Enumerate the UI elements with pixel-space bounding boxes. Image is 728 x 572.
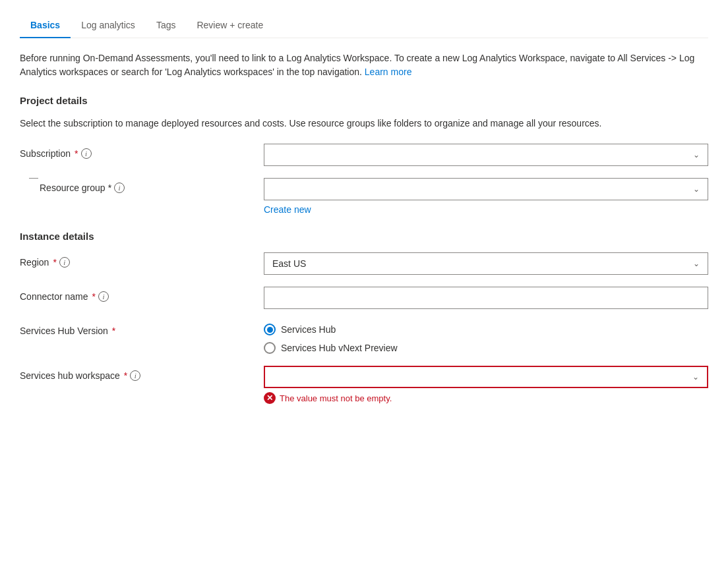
services-hub-workspace-info-icon[interactable]: i (130, 370, 140, 381)
instance-details-title: Instance details (20, 231, 708, 242)
tab-tags[interactable]: Tags (146, 13, 187, 38)
info-paragraph: Before running On-Demand Assessments, yo… (20, 51, 708, 79)
resource-group-label: Resource group * i (40, 178, 264, 193)
resource-group-required: * (108, 183, 111, 193)
connector-name-required: * (92, 291, 96, 302)
subscription-label: Subscription * i (20, 144, 264, 159)
region-value: East US (272, 258, 306, 269)
tab-log-analytics[interactable]: Log analytics (71, 13, 146, 38)
subscription-info-icon[interactable]: i (81, 148, 92, 159)
resource-group-info-icon[interactable]: i (114, 183, 125, 193)
instance-details-section: Instance details (20, 231, 708, 242)
tab-review-create[interactable]: Review + create (186, 13, 274, 38)
services-hub-version-control: Services Hub Services Hub vNext Preview (264, 321, 708, 354)
learn-more-link[interactable]: Learn more (365, 67, 412, 77)
radio-label-services-hub: Services Hub (281, 324, 336, 335)
subscription-chevron-icon: ⌄ (693, 150, 700, 159)
connector-name-input[interactable] (264, 287, 708, 309)
radio-inner-services-hub (267, 327, 273, 333)
error-icon: ✕ (264, 392, 276, 404)
connector-name-control (264, 287, 708, 309)
services-hub-version-label: Services Hub Version * (20, 321, 264, 336)
resource-group-row: Resource group * i ⌄ Create new (20, 178, 708, 215)
radio-option-services-hub-vnext[interactable]: Services Hub vNext Preview (264, 342, 708, 354)
subscription-dropdown[interactable]: ⌄ (264, 144, 708, 166)
region-chevron-icon: ⌄ (693, 259, 700, 268)
resource-group-chevron-icon: ⌄ (693, 185, 700, 194)
connector-name-row: Connector name * i (20, 287, 708, 309)
region-control: East US ⌄ (264, 252, 708, 275)
services-hub-workspace-label: Services hub workspace * i (20, 366, 264, 381)
region-info-icon[interactable]: i (59, 257, 70, 268)
services-hub-version-required: * (112, 326, 115, 336)
radio-option-services-hub[interactable]: Services Hub (264, 324, 708, 335)
region-row: Region * i East US ⌄ (20, 252, 708, 275)
services-hub-workspace-error: ✕ The value must not be empty. (264, 392, 708, 404)
tab-basics[interactable]: Basics (20, 13, 71, 38)
services-hub-workspace-chevron-icon: ⌄ (692, 372, 699, 382)
create-new-link[interactable]: Create new (264, 204, 708, 215)
connector-name-info-icon[interactable]: i (98, 291, 109, 302)
subscription-required: * (75, 148, 78, 159)
region-label: Region * i (20, 252, 264, 268)
subscription-control: ⌄ (264, 144, 708, 166)
services-hub-workspace-dropdown[interactable]: ⌄ (264, 366, 708, 388)
region-dropdown[interactable]: East US ⌄ (264, 252, 708, 275)
project-details-section: Project details (20, 95, 708, 106)
radio-circle-services-hub-vnext (264, 342, 276, 354)
error-text: The value must not be empty. (280, 393, 392, 403)
services-hub-version-radio-group: Services Hub Services Hub vNext Preview (264, 321, 708, 354)
services-hub-version-row: Services Hub Version * Services Hub Serv… (20, 321, 708, 354)
project-details-title: Project details (20, 95, 708, 106)
services-hub-workspace-row: Services hub workspace * i ⌄ ✕ The value… (20, 366, 708, 404)
connector-name-label: Connector name * i (20, 287, 264, 302)
info-text-content: Before running On-Demand Assessments, yo… (20, 53, 694, 77)
services-hub-workspace-required: * (124, 370, 127, 381)
services-hub-workspace-control: ⌄ ✕ The value must not be empty. (264, 366, 708, 404)
project-details-desc: Select the subscription to manage deploy… (20, 117, 708, 130)
resource-group-dropdown[interactable]: ⌄ (264, 178, 708, 200)
tab-bar: Basics Log analytics Tags Review + creat… (20, 13, 708, 38)
resource-group-control: ⌄ Create new (264, 178, 708, 215)
region-required: * (53, 257, 56, 268)
radio-label-services-hub-vnext: Services Hub vNext Preview (281, 343, 398, 353)
radio-circle-services-hub (264, 324, 276, 335)
subscription-row: Subscription * i ⌄ (20, 144, 708, 166)
